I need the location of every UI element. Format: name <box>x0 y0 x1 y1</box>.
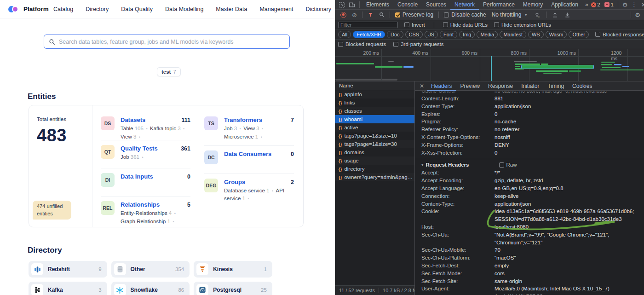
kebab-menu-icon[interactable]: ⋮ <box>631 1 637 8</box>
hide-data-urls-checkbox[interactable]: Hide data URLs <box>443 22 488 28</box>
import-har-icon[interactable] <box>552 12 558 18</box>
filter-pill-fetch-xhr[interactable]: Fetch/XHR <box>353 31 385 38</box>
entity-link[interactable]: Datasets <box>121 116 145 123</box>
filter-pill-img[interactable]: Img <box>459 31 475 38</box>
filter-icon[interactable] <box>368 12 374 17</box>
devtools-tab-elements[interactable]: Elements <box>362 0 393 10</box>
entity-link[interactable]: Transformers <box>224 116 262 123</box>
nav-item-catalog[interactable]: Catalog <box>53 6 73 12</box>
network-settings-gear-icon[interactable]: ⚙ <box>635 12 640 18</box>
settings-gear-icon[interactable]: ⚙ <box>622 1 628 8</box>
brand[interactable]: Platform <box>8 6 49 13</box>
details-tab-cookies[interactable]: Cookies <box>568 81 596 91</box>
filter-pill-ws[interactable]: WS <box>528 31 544 38</box>
devtools-tab-application[interactable]: Application <box>547 0 582 10</box>
preserve-log-checkbox[interactable]: Preserve log <box>395 12 433 18</box>
more-tabs-button[interactable]: » <box>582 0 591 10</box>
json-request-icon: {} <box>339 117 342 122</box>
hide-extension-urls-checkbox[interactable]: Hide extension URLs <box>494 22 551 28</box>
request-row[interactable]: {}tags?page=1&size=30 <box>335 140 414 148</box>
devtools-tab-memory[interactable]: Memory <box>519 0 547 10</box>
devtools-tab-performance[interactable]: Performance <box>479 0 519 10</box>
details-tab-initiator[interactable]: Initiator <box>517 81 543 91</box>
entity-link[interactable]: Data Inputs <box>121 173 153 180</box>
network-conditions-icon[interactable]: 10 <box>534 12 540 18</box>
filter-pill-all[interactable]: All <box>338 31 351 38</box>
tag-chip-test[interactable]: test 7 <box>157 67 181 76</box>
filter-pill-manifest[interactable]: Manifest <box>500 31 526 38</box>
directory-item-other[interactable]: Other354 <box>111 261 190 278</box>
request-row[interactable]: {}appInfo <box>335 90 414 98</box>
filter-pill-media[interactable]: Media <box>477 31 498 38</box>
filter-pill-js[interactable]: JS <box>425 31 438 38</box>
nav-item-data-modelling[interactable]: Data Modelling <box>165 6 203 12</box>
header-value: Idea-d13e5c1a=6d6f5653-e819-469b-957a-66… <box>494 208 644 215</box>
waterfall-bar <box>600 69 644 70</box>
directory-item-postgresql[interactable]: Postgresql25 <box>194 282 272 295</box>
network-overview-timeline[interactable]: 200 ms400 ms600 ms800 ms1000 ms1200 ms <box>335 49 644 81</box>
throttling-dropdown[interactable]: No throttling ▼ <box>489 12 531 18</box>
invert-checkbox[interactable]: Invert <box>404 22 425 28</box>
request-row[interactable]: {}directory <box>335 165 414 173</box>
request-row[interactable]: {}whoami <box>335 115 414 123</box>
request-row[interactable]: {}usage <box>335 156 414 165</box>
entity-link[interactable]: Groups <box>224 179 245 185</box>
request-row[interactable]: {}links <box>335 98 414 107</box>
directory-item-count: 25 <box>261 287 267 293</box>
directory-item-kinesis[interactable]: Kinesis1 <box>194 261 272 278</box>
request-row[interactable]: {}domains <box>335 148 414 156</box>
nav-item-dictionary[interactable]: Dictionary <box>305 6 331 12</box>
overview-scrollbar[interactable] <box>335 79 397 81</box>
device-toolbar-icon[interactable] <box>349 2 355 8</box>
search-input[interactable] <box>59 39 285 45</box>
blocked-requests-checkbox[interactable]: Blocked requests <box>338 41 386 47</box>
timeline-tick-label: 600 ms <box>462 50 480 56</box>
waterfall-bar-large <box>521 65 594 69</box>
close-devtools-icon[interactable]: ✕ <box>641 1 644 8</box>
entity-link[interactable]: Relationships <box>121 201 160 208</box>
console-errors-badge[interactable]: ✕ 2 <box>591 2 600 7</box>
nav-item-directory[interactable]: Directory <box>86 6 109 12</box>
filter-pill-other[interactable]: Other <box>569 31 589 38</box>
devtools-tab-console[interactable]: Console <box>393 0 422 10</box>
request-row[interactable]: {}classes <box>335 107 414 115</box>
entity-link[interactable]: Data Consumers <box>224 150 271 157</box>
clear-network-log-icon[interactable]: ⊘ <box>352 12 357 18</box>
close-details-icon[interactable]: ✕ <box>420 83 424 89</box>
entity-link[interactable]: Quality Tests <box>121 145 158 152</box>
third-party-requests-checkbox[interactable]: 3rd-party requests <box>393 41 443 47</box>
disable-cache-checkbox[interactable]: Disable cache <box>444 12 486 18</box>
nav-item-data-quality[interactable]: Data Quality <box>121 6 153 12</box>
search-network-icon[interactable] <box>379 12 385 17</box>
record-network-log-button[interactable] <box>340 12 346 18</box>
directory-item-kafka[interactable]: Kafka3 <box>29 282 107 295</box>
details-tab-preview[interactable]: Preview <box>456 81 484 91</box>
raw-headers-checkbox[interactable]: Raw <box>499 161 517 169</box>
request-headers-section-header[interactable]: ▾ Request Headers Raw <box>421 161 644 169</box>
details-tab-timing[interactable]: Timing <box>544 81 569 91</box>
devtools-tab-network[interactable]: Network <box>450 0 479 10</box>
request-row[interactable]: {}active <box>335 123 414 132</box>
inspect-element-icon[interactable] <box>339 2 345 8</box>
request-row[interactable]: {}owners?query=admin&page=... <box>335 173 414 181</box>
directory-item-snowflake[interactable]: Snowflake86 <box>111 282 190 295</box>
filter-pill-doc[interactable]: Doc <box>387 31 403 38</box>
filter-pill-font[interactable]: Font <box>440 31 457 38</box>
nav-item-master-data[interactable]: Master Data <box>216 6 247 12</box>
directory-item-redshift[interactable]: Redshift9 <box>29 261 107 278</box>
blocked-response-cookies-checkbox[interactable]: Blocked response cookies <box>595 32 644 37</box>
request-row[interactable]: {}tags?page=1&size=10 <box>335 132 414 140</box>
details-tab-response[interactable]: Response <box>484 81 517 91</box>
http-header-row: Sec-Fetch-Mode:cors <box>421 270 644 278</box>
export-har-icon[interactable] <box>564 12 570 18</box>
devtools-panel: ElementsConsoleSourcesNetworkPerformance… <box>335 0 644 295</box>
nav-item-management[interactable]: Management <box>259 6 293 12</box>
filter-pill-wasm[interactable]: Wasm <box>546 31 567 38</box>
details-tab-headers[interactable]: Headers <box>427 81 456 91</box>
request-list-name-header[interactable]: Name <box>335 81 414 90</box>
devtools-tab-sources[interactable]: Sources <box>422 0 450 10</box>
network-filter-input[interactable] <box>338 22 398 28</box>
filter-pill-css[interactable]: CSS <box>405 31 423 38</box>
header-name: X-Content-Type-Options: <box>421 133 494 141</box>
issues-badge[interactable]: 1 <box>604 2 614 7</box>
